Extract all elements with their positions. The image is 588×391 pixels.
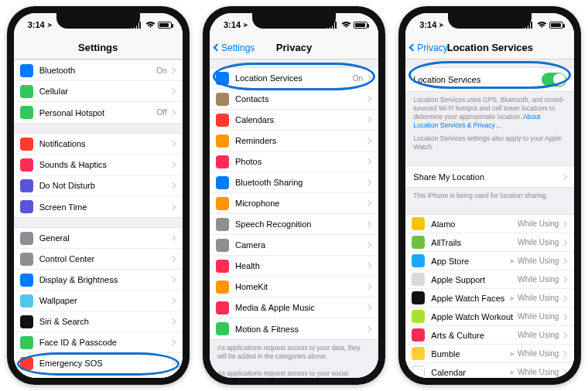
location-arrow-icon: ➤ [509, 350, 515, 358]
back-label: Privacy [417, 42, 447, 53]
list-item[interactable]: Arts & CultureWhile Using [405, 326, 574, 345]
wifi-icon [341, 22, 351, 29]
mic-icon [216, 197, 229, 210]
location-services-list[interactable]: Location ServicesLocation Services uses … [405, 60, 574, 378]
list-item[interactable]: Emergency SOS [14, 353, 183, 374]
list-item[interactable]: Sounds & Haptics [14, 155, 183, 175]
list-item[interactable]: Apple Watch Faces➤While Using [405, 289, 574, 308]
list-item[interactable]: Face ID & Passcode [14, 332, 183, 353]
list-item[interactable]: Personal HotspotOff [14, 102, 183, 123]
list-item[interactable]: HomeKit [210, 277, 378, 298]
app-icon [412, 254, 425, 267]
list-item[interactable]: BluetoothOn [14, 60, 183, 81]
notch [56, 13, 140, 29]
list-item[interactable]: Cellular [14, 81, 183, 102]
home-icon [216, 280, 229, 294]
list-item[interactable]: General [14, 228, 183, 249]
item-detail: On [156, 66, 166, 75]
chevron-right-icon [169, 67, 175, 73]
siri-icon [20, 315, 33, 328]
app-icon [412, 217, 425, 230]
chevron-right-icon [561, 369, 567, 376]
list-item[interactable]: Calendars [210, 110, 378, 131]
list-item[interactable]: Screen Time [14, 196, 183, 217]
list-item[interactable]: Siri & Search [14, 311, 183, 332]
item-label: Bluetooth [39, 66, 157, 75]
moon-icon [20, 179, 33, 192]
list-item[interactable]: AlamoWhile Using [405, 215, 574, 233]
item-label: Screen Time [39, 202, 170, 212]
list-item[interactable]: Calendar➤While Using [405, 363, 574, 378]
back-button[interactable]: Settings [214, 36, 255, 59]
battery-icon [549, 22, 563, 29]
speech-icon [216, 218, 229, 231]
item-detail: On [353, 74, 363, 83]
list-item[interactable]: Camera [210, 235, 378, 256]
item-detail: While Using [518, 349, 559, 358]
chevron-right-icon [169, 88, 175, 94]
item-label: Reminders [235, 136, 366, 145]
list-item[interactable]: Health [210, 256, 378, 277]
item-label: Speech Recognition [235, 219, 366, 229]
list-item[interactable]: Location ServicesOn [210, 68, 378, 89]
app-icon [412, 366, 425, 378]
location-services-toggle[interactable] [542, 73, 566, 87]
location-services-toggle-row[interactable]: Location Services [405, 68, 574, 91]
list-item[interactable]: Bluetooth Sharing [210, 172, 378, 193]
item-label: Do Not Disturb [39, 181, 170, 190]
privacy-list[interactable]: Location ServicesOnContactsCalendarsRemi… [210, 60, 378, 378]
chevron-right-icon [169, 277, 175, 283]
list-item[interactable]: Speech Recognition [210, 214, 378, 235]
list-item[interactable]: Do Not Disturb [14, 175, 183, 196]
nav-bar: Privacy Location Services [405, 36, 574, 60]
chevron-right-icon [365, 325, 371, 332]
chevron-right-icon [561, 258, 567, 264]
item-detail: While Using [518, 312, 559, 321]
list-item[interactable]: App Store➤While Using [405, 252, 574, 270]
motion-icon [216, 322, 229, 335]
list-item[interactable]: Control Center [14, 249, 183, 270]
list-item[interactable]: Display & Brightness [14, 270, 183, 291]
location-arrow-icon: ➤ [243, 22, 248, 29]
page-title: Location Services [447, 42, 533, 53]
list-item[interactable]: Photos [210, 151, 378, 172]
list-item[interactable]: Motion & Fitness [210, 318, 378, 339]
notch [448, 13, 532, 29]
list-item[interactable]: AllTrailsWhile Using [405, 233, 574, 252]
chevron-right-icon [561, 332, 567, 338]
chevron-right-icon [169, 256, 175, 262]
list-item[interactable]: Battery [14, 374, 183, 378]
item-detail: While Using [518, 219, 559, 228]
list-item[interactable]: Notifications [14, 134, 183, 155]
list-item[interactable]: Bumble➤While Using [405, 345, 574, 363]
location-icon [216, 72, 229, 85]
item-label: Apple Watch Workout [431, 312, 518, 321]
cellular-icon [20, 85, 33, 98]
list-item[interactable]: Apple SupportWhile Using [405, 270, 574, 289]
reminders-icon [216, 134, 229, 148]
list-item[interactable]: Wallpaper [14, 291, 183, 311]
chevron-right-icon [365, 96, 371, 102]
toggle-label: Location Services [412, 75, 542, 84]
share-my-location-row[interactable]: Share My Location [405, 166, 574, 187]
location-arrow-icon: ➤ [509, 369, 515, 376]
item-label: Control Center [39, 254, 170, 264]
chevron-right-icon [169, 318, 175, 325]
chevron-right-icon [365, 242, 371, 248]
list-item[interactable]: Contacts [210, 89, 378, 110]
about-link[interactable]: About Location Services & Privacy… [413, 113, 540, 129]
back-button[interactable]: Privacy [410, 36, 447, 59]
item-detail: Off [157, 108, 167, 117]
list-item[interactable]: Reminders [210, 131, 378, 151]
item-label: Emergency SOS [39, 359, 170, 368]
item-label: Display & Brightness [39, 275, 170, 284]
share-group: Share My Location [405, 165, 574, 188]
chevron-right-icon [561, 174, 567, 180]
list-item[interactable]: Media & Apple Music [210, 298, 378, 318]
battery-icon [20, 378, 33, 379]
item-label: Location Services [235, 73, 353, 83]
item-label: Apple Support [431, 275, 518, 284]
list-item[interactable]: Apple Watch WorkoutWhile Using [405, 308, 574, 326]
list-item[interactable]: Microphone [210, 193, 378, 214]
settings-list[interactable]: BluetoothOnCellularPersonal HotspotOffNo… [14, 60, 183, 378]
